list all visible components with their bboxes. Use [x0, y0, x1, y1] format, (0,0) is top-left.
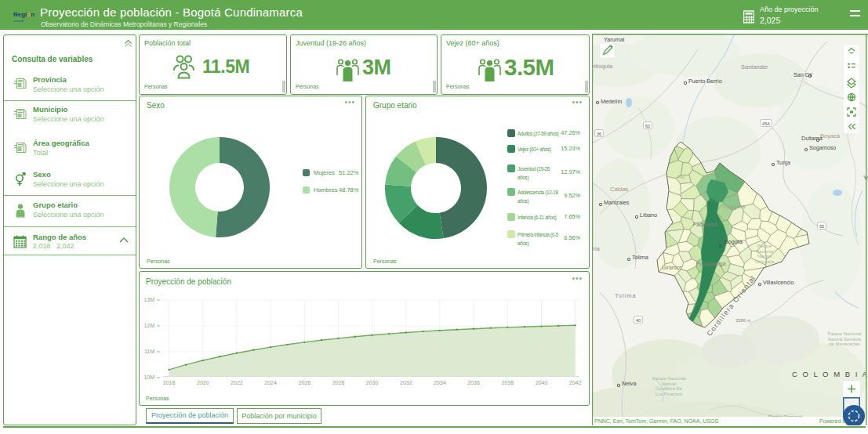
- svg-text:Facatativá: Facatativá: [693, 222, 718, 227]
- svg-text:Pto: Pto: [677, 175, 685, 179]
- svg-text:Santander: Santander: [741, 63, 768, 71]
- svg-text:Tolima: Tolima: [632, 254, 648, 261]
- svg-text:Fusagasugá: Fusagasugá: [696, 261, 726, 267]
- svg-text:Chingaza: Chingaza: [755, 259, 775, 264]
- svg-text:Líbano: Líbano: [640, 212, 657, 219]
- svg-text:Tolima: Tolima: [615, 292, 637, 299]
- svg-text:60: 60: [645, 124, 650, 128]
- svg-text:Parque Nacional: Parque Nacional: [652, 376, 686, 381]
- svg-text:Neiva: Neiva: [622, 380, 636, 387]
- svg-text:Medellín: Medellín: [601, 98, 622, 105]
- svg-text:Los Picachos: Los Picachos: [656, 392, 683, 396]
- svg-text:Caldas: Caldas: [610, 186, 629, 193]
- svg-text:36: 36: [597, 132, 601, 136]
- svg-text:Zipaquirá: Zipaquirá: [723, 204, 746, 210]
- svg-text:Bogotá: Bogotá: [725, 238, 743, 245]
- svg-text:Sogamoso: Sogamoso: [809, 144, 836, 151]
- svg-text:Puerto Berrío: Puerto Berrío: [688, 78, 722, 85]
- svg-text:Parque: Parque: [757, 244, 772, 248]
- svg-text:Villavicencio: Villavicencio: [763, 279, 794, 286]
- svg-text:Cordillera De: Cordillera De: [656, 386, 682, 391]
- svg-text:45A: 45A: [762, 121, 770, 126]
- svg-text:Natural: Natural: [662, 382, 677, 386]
- svg-text:Boyacá: Boyacá: [820, 132, 841, 139]
- svg-text:PNNC, Esri, TomTom, Garmin, FA: PNNC, Esri, TomTom, Garmin, FAO, NOAA, U…: [594, 418, 719, 424]
- svg-text:Parque Nacional: Parque Nacional: [828, 331, 862, 336]
- svg-text:de Manacacías: de Manacacías: [829, 342, 859, 346]
- svg-text:40: 40: [636, 318, 641, 323]
- svg-text:Nacional: Nacional: [756, 249, 774, 254]
- svg-text:Natural: Natural: [757, 254, 772, 259]
- svg-text:ntioquia: ntioquia: [592, 63, 613, 70]
- svg-text:Tunja: Tunja: [776, 159, 790, 166]
- svg-text:Yarumal: Yarumal: [604, 36, 625, 43]
- svg-text:ma: ma: [592, 246, 600, 251]
- svg-text:Girardot: Girardot: [662, 265, 681, 270]
- svg-text:65: 65: [819, 224, 824, 229]
- svg-text:Manizales: Manizales: [604, 199, 630, 206]
- svg-text:Natural Serranía: Natural Serranía: [828, 337, 862, 342]
- svg-text:C O L O M B I A: C O L O M B I A: [792, 370, 868, 378]
- svg-text:3586 m: 3586 m: [735, 318, 751, 323]
